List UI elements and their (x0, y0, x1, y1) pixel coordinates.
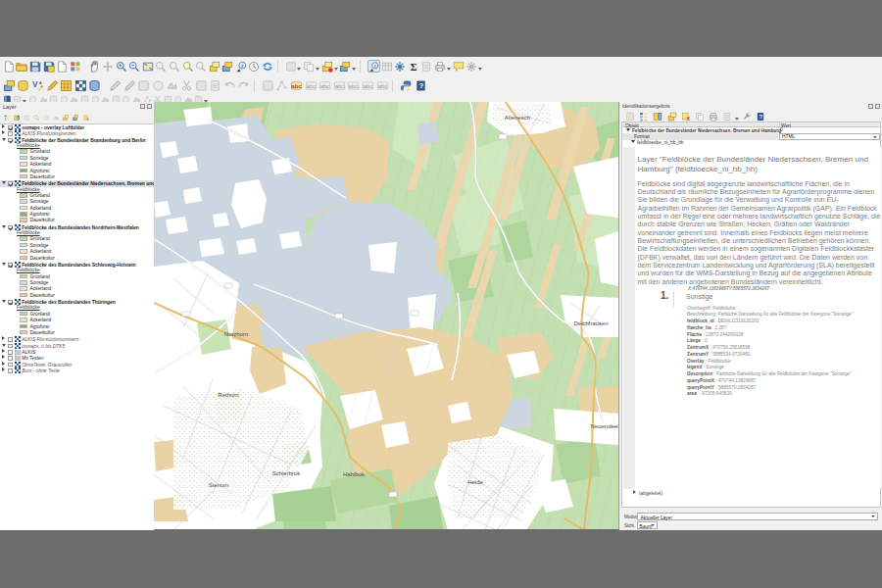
svg-text:Nutzhorn: Nutzhorn (224, 331, 248, 337)
svg-text:?: ? (759, 114, 762, 120)
svg-text:abc: abc (306, 82, 316, 88)
svg-text:Hahlbok: Hahlbok (343, 471, 366, 477)
svg-text:V: V (32, 79, 38, 89)
svg-text:abc: abc (377, 82, 387, 88)
svg-text:Rethorn: Rethorn (218, 392, 238, 398)
svg-text:Neuendeel: Neuendeel (590, 423, 618, 429)
svg-text:Σ: Σ (410, 61, 416, 72)
svg-text:Deichhausen: Deichhausen (573, 320, 608, 326)
svg-text:abc: abc (364, 82, 373, 88)
svg-text:Stenum: Stenum (209, 482, 229, 488)
svg-text:?: ? (418, 81, 423, 90)
svg-text:abc: abc (335, 82, 345, 88)
svg-text:abc: abc (320, 82, 330, 88)
svg-text:Altenesch: Altenesch (505, 115, 530, 121)
svg-text:abc: abc (291, 82, 302, 88)
svg-text:Schierbrok: Schierbrok (272, 470, 302, 476)
svg-text:abc: abc (349, 82, 359, 88)
svg-text:Heide: Heide (467, 479, 483, 485)
